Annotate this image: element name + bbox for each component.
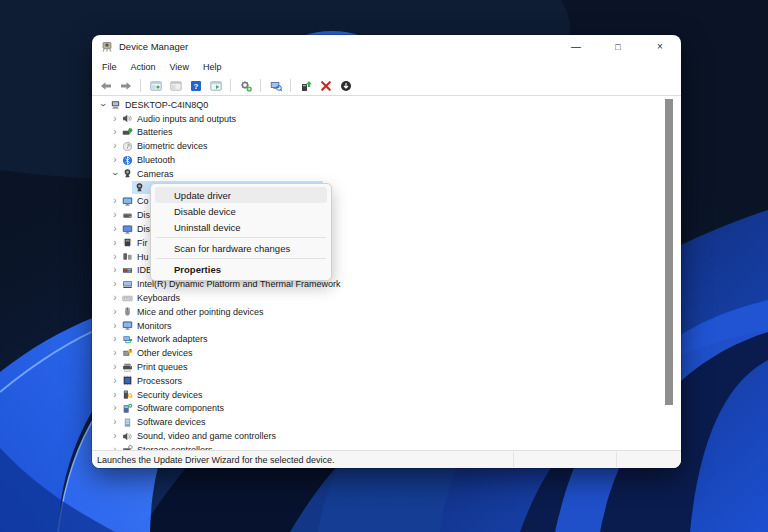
context-menu-item-properties[interactable]: Properties bbox=[155, 261, 327, 277]
tree-item-content[interactable]: Fir bbox=[120, 236, 151, 249]
chevron-right-icon[interactable]: › bbox=[110, 376, 120, 386]
chevron-right-icon[interactable]: › bbox=[110, 127, 120, 137]
tree-item-security-devices[interactable]: ›Security devices bbox=[92, 388, 681, 402]
speaker-icon bbox=[122, 113, 133, 124]
chevron-right-icon[interactable]: › bbox=[110, 155, 120, 165]
context-menu-item-label: Disable device bbox=[174, 206, 236, 217]
scrollbar-thumb[interactable] bbox=[665, 99, 673, 405]
update-driver-button[interactable] bbox=[297, 78, 314, 94]
tree-item-content[interactable]: Dis bbox=[120, 209, 153, 222]
minimize-button[interactable]: — bbox=[555, 35, 597, 58]
tree-item-audio-inputs-and-outputs[interactable]: ›Audio inputs and outputs bbox=[92, 112, 681, 126]
menu-action[interactable]: Action bbox=[124, 60, 163, 74]
action-pane-button[interactable] bbox=[207, 78, 224, 94]
tree-item-content[interactable]: Software components bbox=[120, 402, 227, 415]
chevron-right-icon[interactable]: › bbox=[110, 114, 120, 124]
scrollbar[interactable] bbox=[665, 98, 673, 446]
chevron-right-icon[interactable]: › bbox=[110, 334, 120, 344]
chevron-right-icon[interactable]: › bbox=[110, 348, 120, 358]
tree-item-bluetooth[interactable]: ›Bluetooth bbox=[92, 153, 681, 167]
back-button[interactable] bbox=[97, 78, 114, 94]
chevron-right-icon[interactable]: › bbox=[110, 390, 120, 400]
tree-item-content[interactable]: Sound, video and game controllers bbox=[120, 430, 279, 443]
chevron-right-icon[interactable]: › bbox=[110, 252, 120, 262]
context-menu-item-disable-device[interactable]: Disable device bbox=[155, 203, 327, 219]
tree-item-content[interactable]: Network adapters bbox=[120, 333, 211, 346]
chevron-right-icon[interactable]: › bbox=[110, 238, 120, 248]
close-button[interactable]: × bbox=[639, 35, 681, 58]
tree-item-network-adapters[interactable]: ›Network adapters bbox=[92, 333, 681, 347]
tree-item-batteries[interactable]: ›Batteries bbox=[92, 126, 681, 140]
tree-item-content[interactable]: Software devices bbox=[120, 416, 209, 429]
tree-item-content[interactable]: ?Other devices bbox=[120, 347, 196, 360]
chevron-right-icon[interactable]: › bbox=[110, 279, 120, 289]
tree-item-content[interactable]: Dis bbox=[120, 223, 153, 236]
tree-item-content[interactable]: Monitors bbox=[120, 319, 175, 332]
help-button[interactable]: ? bbox=[187, 78, 204, 94]
menu-help[interactable]: Help bbox=[196, 60, 229, 74]
network-icon bbox=[122, 334, 133, 345]
scan-hardware-icon bbox=[240, 80, 252, 92]
tree-item-processors[interactable]: ›Processors bbox=[92, 374, 681, 388]
tree-item-content[interactable]: DESKTOP-C4IN8Q0 bbox=[108, 98, 211, 111]
tree-item-desktop-c4in8q0[interactable]: ›DESKTOP-C4IN8Q0 bbox=[92, 98, 681, 112]
battery-icon bbox=[122, 127, 133, 138]
forward-button[interactable] bbox=[117, 78, 134, 94]
chevron-right-icon[interactable]: › bbox=[110, 210, 120, 220]
tree-item-content[interactable]: Hu bbox=[120, 250, 152, 263]
chevron-right-icon[interactable]: › bbox=[110, 224, 120, 234]
tree-item-monitors[interactable]: ›Monitors bbox=[92, 319, 681, 333]
context-menu-item-uninstall-device[interactable]: Uninstall device bbox=[155, 219, 327, 235]
chevron-right-icon[interactable]: › bbox=[110, 293, 120, 303]
menu-file[interactable]: File bbox=[95, 60, 124, 74]
remote-computer-button[interactable] bbox=[267, 78, 284, 94]
tree-item-biometric-devices[interactable]: ›Biometric devices bbox=[92, 139, 681, 153]
chevron-down-icon[interactable]: › bbox=[110, 169, 120, 179]
fingerprint-icon bbox=[122, 141, 133, 152]
tree-item-print-queues[interactable]: ›Print queues bbox=[92, 360, 681, 374]
tree-item-content[interactable]: Biometric devices bbox=[120, 140, 211, 153]
tree-item-label: Software components bbox=[137, 403, 224, 413]
context-menu-item-update-driver[interactable]: Update driver bbox=[155, 187, 327, 203]
tree-item-content[interactable]: Bluetooth bbox=[120, 154, 178, 167]
tree-item-sound-video-and-game-controllers[interactable]: ›Sound, video and game controllers bbox=[92, 429, 681, 443]
menu-view[interactable]: View bbox=[163, 60, 196, 74]
scan-hardware-button[interactable] bbox=[237, 78, 254, 94]
uninstall-button[interactable] bbox=[317, 78, 334, 94]
tree-item-other-devices[interactable]: ›?Other devices bbox=[92, 346, 681, 360]
tree-item-content[interactable]: Processors bbox=[120, 374, 185, 387]
tree-item-content[interactable]: Keyboards bbox=[120, 292, 183, 305]
chevron-right-icon[interactable]: › bbox=[110, 431, 120, 441]
console-window-2-button[interactable] bbox=[167, 78, 184, 94]
tree-item-label: Mice and other pointing devices bbox=[137, 307, 264, 317]
chevron-right-icon[interactable]: › bbox=[110, 307, 120, 317]
chevron-right-icon[interactable]: › bbox=[110, 196, 120, 206]
tree-item-software-devices[interactable]: ›Software devices bbox=[92, 415, 681, 429]
update-driver-icon bbox=[300, 80, 312, 92]
tree-item-content[interactable]: Batteries bbox=[120, 126, 176, 139]
tree-item-software-components[interactable]: ›Software components bbox=[92, 402, 681, 416]
context-menu-item-scan-for-hardware-changes[interactable]: Scan for hardware changes bbox=[155, 240, 327, 256]
chevron-right-icon[interactable]: › bbox=[110, 321, 120, 331]
console-window-button[interactable] bbox=[147, 78, 164, 94]
chevron-down-icon[interactable]: › bbox=[98, 100, 108, 110]
chevron-right-icon[interactable]: › bbox=[110, 417, 120, 427]
disable-icon bbox=[340, 80, 352, 92]
tree-item-content[interactable]: Cameras bbox=[120, 167, 177, 180]
tree-item-content[interactable]: Co bbox=[120, 195, 152, 208]
tree-item-content[interactable]: Audio inputs and outputs bbox=[120, 112, 239, 125]
chevron-right-icon[interactable]: › bbox=[110, 141, 120, 151]
tree-item-storage-controllers[interactable]: ›Storage controllers bbox=[92, 443, 681, 450]
chevron-right-icon[interactable]: › bbox=[110, 265, 120, 275]
tree-item-content[interactable]: Storage controllers bbox=[120, 443, 216, 450]
tree-item-keyboards[interactable]: ›Keyboards bbox=[92, 291, 681, 305]
maximize-button[interactable]: □ bbox=[597, 35, 639, 58]
tree-item-content[interactable]: Security devices bbox=[120, 388, 206, 401]
chevron-right-icon[interactable]: › bbox=[110, 403, 120, 413]
chevron-right-icon[interactable]: › bbox=[110, 362, 120, 372]
tree-item-content[interactable]: Print queues bbox=[120, 361, 191, 374]
tree-item-cameras[interactable]: ›Cameras bbox=[92, 167, 681, 181]
tree-item-content[interactable]: Mice and other pointing devices bbox=[120, 305, 267, 318]
tree-item-mice-and-other-pointing-devices[interactable]: ›Mice and other pointing devices bbox=[92, 305, 681, 319]
disable-button[interactable] bbox=[337, 78, 354, 94]
